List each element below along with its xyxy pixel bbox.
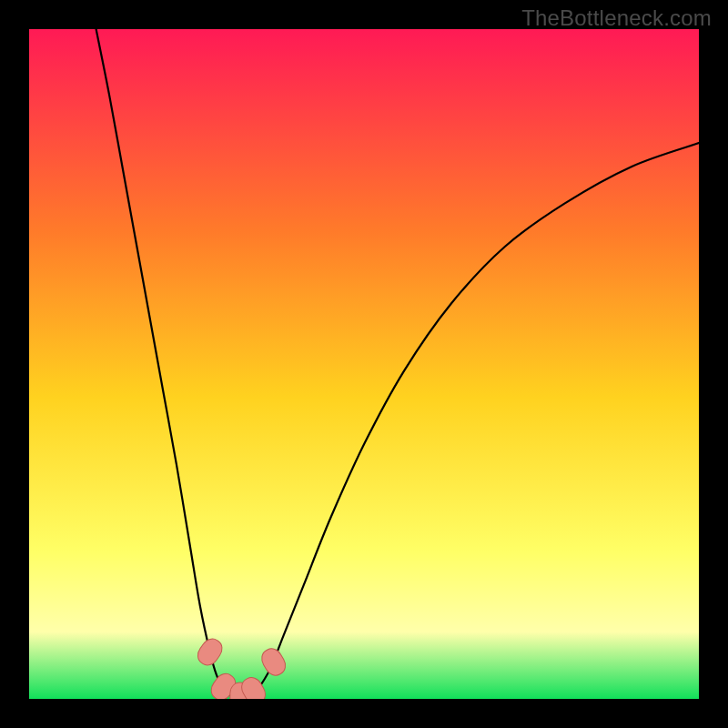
watermark-text: TheBottleneck.com <box>521 5 712 31</box>
chart-frame: TheBottleneck.com <box>0 0 728 728</box>
chart-svg <box>29 29 699 699</box>
plot-area <box>29 29 699 699</box>
gradient-background <box>29 29 699 699</box>
